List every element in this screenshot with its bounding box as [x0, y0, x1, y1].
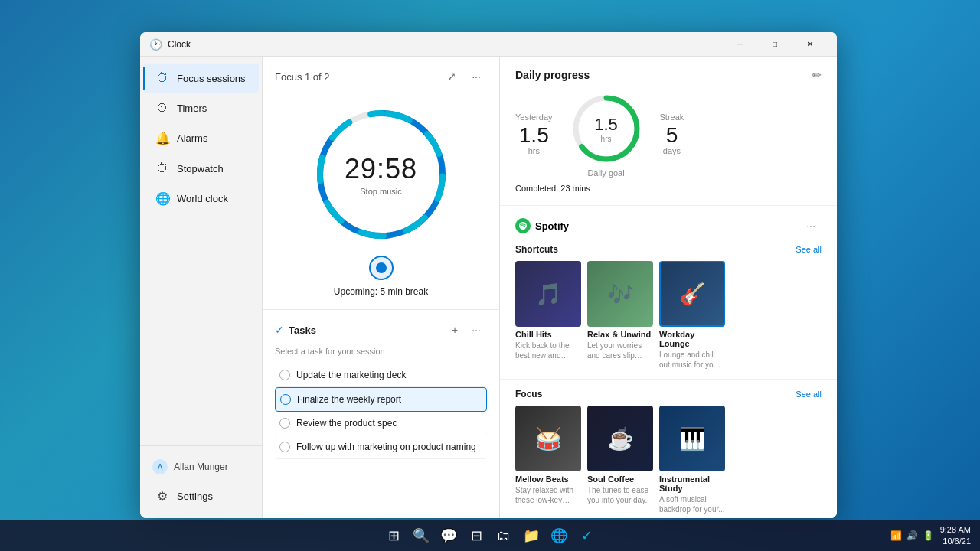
more-options-button[interactable]: ··· [466, 66, 487, 87]
music-card-relax-unwind[interactable]: 🎶 Relax & Unwind Let your worries and ca… [587, 261, 653, 370]
app-window: 🕐 Clock ─ □ ✕ ⏱ Focus sessions ⏲ Timers … [140, 32, 837, 518]
shortcuts-label: Shortcuts [515, 244, 558, 255]
sidebar-label-settings: Settings [177, 491, 213, 502]
music-card-chill-hits[interactable]: 🎵 Chill Hits Kick back to the best new a… [515, 261, 581, 370]
focus-music-row: Focus See all [515, 389, 822, 399]
start-button[interactable]: ⊞ [383, 525, 404, 546]
donut-chart-container: 1.5 hrs Daily goal [568, 90, 645, 178]
timer-inner: 29:58 Stop music [345, 153, 417, 196]
stopwatch-icon: ⏱ [155, 161, 169, 175]
search-button[interactable]: 🔍 [410, 525, 432, 546]
mellow-beats-title: Mellow Beats [515, 474, 581, 484]
focus-see-all-button[interactable]: See all [795, 390, 822, 399]
task-item[interactable]: Follow up with marketing on product nami… [275, 435, 487, 459]
shortcuts-see-all-button[interactable]: See all [795, 245, 822, 254]
task-item-selected[interactable]: Finalize the weekly report [275, 387, 487, 412]
completed-label: Completed: 23 mins [515, 184, 822, 193]
focus-cards: 🥁 Mellow Beats Stay relaxed with these l… [515, 406, 822, 514]
explorer-button[interactable]: 📁 [521, 525, 542, 546]
chat-button[interactable]: 🗂 [493, 525, 514, 546]
donut-chart: 1.5 hrs [568, 90, 645, 167]
right-panel: Daily progress ✏ Yesterday 1.5 hrs [500, 57, 837, 518]
music-card-workday-lounge[interactable]: 🎸 Workday Lounge Lounge and chill out mu… [659, 261, 725, 370]
task-radio-4[interactable] [279, 442, 290, 452]
task-view-button[interactable]: 💬 [438, 525, 459, 546]
sidebar-label-world-clock: World clock [177, 193, 228, 204]
chill-hits-desc: Kick back to the best new and rece... [515, 341, 581, 360]
instrumental-study-title: Instrumental Study [659, 474, 725, 493]
widgets-button[interactable]: ⊟ [466, 525, 487, 546]
completed-value: 23 mins [560, 184, 590, 193]
expand-button[interactable]: ⤢ [441, 66, 462, 87]
task-item[interactable]: Review the product spec [275, 412, 487, 435]
donut-label: Daily goal [568, 168, 645, 178]
focus-music-label: Focus [515, 389, 542, 399]
workday-lounge-title: Workday Lounge [659, 330, 725, 348]
taskbar: ⊞ 🔍 💬 ⊟ 🗂 📁 🌐 ✓ 📶 🔊 🔋 9:28 AM 10/6/21 [0, 520, 980, 551]
window-title: Clock [168, 39, 722, 50]
spotify-section: Spotify ··· Shortcuts See all 🎵 [500, 206, 837, 380]
maximize-button[interactable]: □ [757, 32, 792, 57]
system-tray-icons: 📶 🔊 🔋 [890, 530, 934, 541]
sidebar-item-stopwatch[interactable]: ⏱ Stopwatch [143, 154, 259, 183]
soul-coffee-thumbnail: ☕ [587, 406, 653, 471]
yesterday-unit: hrs [515, 146, 553, 155]
add-task-button[interactable]: + [444, 319, 466, 341]
edge-button[interactable]: 🌐 [548, 525, 570, 546]
instrumental-study-thumbnail: 🎹 [659, 406, 725, 471]
alarms-icon: 🔔 [155, 131, 169, 145]
music-card-mellow-beats[interactable]: 🥁 Mellow Beats Stay relaxed with these l… [515, 406, 581, 514]
music-card-instrumental-study[interactable]: 🎹 Instrumental Study A soft musical back… [659, 406, 725, 514]
tasks-check-icon: ✓ [275, 324, 284, 336]
window-controls: ─ □ ✕ [722, 32, 828, 57]
task-label-1: Update the marketing deck [296, 370, 406, 380]
task-radio-1[interactable] [279, 370, 290, 380]
task-radio-2[interactable] [280, 394, 291, 405]
system-clock[interactable]: 9:28 AM 10/6/21 [940, 524, 971, 548]
chill-hits-title: Chill Hits [515, 330, 581, 339]
progress-dot-indicator [376, 262, 387, 273]
sidebar-item-focus-sessions[interactable]: ⏱ Focus sessions [143, 64, 259, 93]
sidebar-item-timers[interactable]: ⏲ Timers [143, 93, 259, 122]
timer-circle: 29:58 Stop music [312, 106, 450, 243]
task-radio-3[interactable] [279, 418, 290, 429]
network-icon: 📶 [890, 530, 902, 541]
yesterday-value: 1.5 [515, 125, 553, 146]
world-clock-icon: 🌐 [155, 191, 169, 206]
edit-goal-button[interactable]: ✏ [812, 69, 822, 81]
timer-display: 29:58 [345, 153, 417, 185]
volume-icon: 🔊 [906, 530, 918, 541]
sidebar-nav: ⏱ Focus sessions ⏲ Timers 🔔 Alarms ⏱ Sto… [140, 63, 262, 445]
close-button[interactable]: ✕ [792, 32, 828, 57]
soul-coffee-title: Soul Coffee [587, 474, 653, 484]
streak-stat: Streak 5 days [660, 112, 684, 155]
tasks-more-button[interactable]: ··· [466, 319, 487, 341]
app-icon: 🕐 [149, 38, 162, 51]
daily-progress-section: Daily progress ✏ Yesterday 1.5 hrs [500, 57, 837, 206]
tasks-prompt: Select a task for your session [275, 347, 487, 356]
progress-dot-button[interactable] [369, 256, 394, 280]
clock-taskbar-button[interactable]: ✓ [576, 525, 597, 546]
sidebar: ⏱ Focus sessions ⏲ Timers 🔔 Alarms ⏱ Sto… [140, 57, 263, 518]
mellow-beats-desc: Stay relaxed with these low-key beat... [515, 485, 581, 505]
sidebar-item-alarms[interactable]: 🔔 Alarms [143, 123, 259, 153]
focus-panel: Focus 1 of 2 ⤢ ··· [263, 57, 500, 518]
tasks-title: Tasks [289, 324, 316, 336]
streak-value: 5 [660, 125, 684, 146]
progress-stats: Yesterday 1.5 hrs [515, 90, 822, 178]
user-profile[interactable]: A Allan Munger [143, 453, 259, 481]
music-card-soul-coffee[interactable]: ☕ Soul Coffee The tunes to ease you into… [587, 406, 653, 514]
sidebar-item-world-clock[interactable]: 🌐 World clock [143, 184, 259, 214]
relax-unwind-title: Relax & Unwind [587, 330, 653, 339]
mellow-beats-thumbnail: 🥁 [515, 406, 581, 471]
sidebar-item-settings[interactable]: ⚙ Settings [143, 481, 259, 511]
spotify-more-button[interactable]: ··· [800, 215, 822, 236]
content-area: Focus 1 of 2 ⤢ ··· [263, 57, 837, 518]
sidebar-label-focus-sessions: Focus sessions [177, 73, 246, 84]
minimize-button[interactable]: ─ [722, 32, 757, 57]
settings-icon: ⚙ [155, 489, 169, 504]
sidebar-label-alarms: Alarms [177, 132, 207, 144]
streak-unit: days [660, 146, 684, 155]
spotify-name: Spotify [535, 220, 569, 232]
task-item[interactable]: Update the marketing deck [275, 364, 487, 387]
